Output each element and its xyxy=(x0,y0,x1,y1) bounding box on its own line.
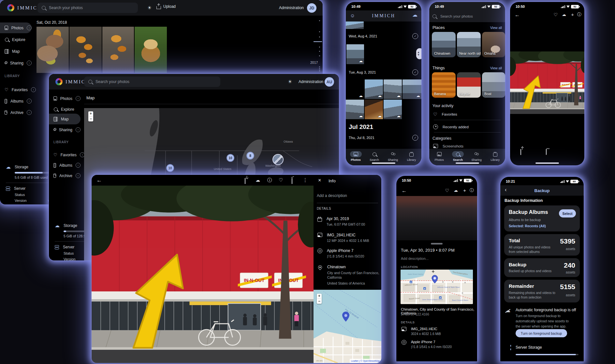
download-icon[interactable] xyxy=(245,178,245,184)
tab-library[interactable]: Library xyxy=(486,151,505,161)
map-cluster-marker[interactable]: 10 xyxy=(227,154,234,162)
sidebar-item-archive[interactable]: Archive xyxy=(49,170,81,181)
zoom-out-button[interactable]: − xyxy=(90,117,92,121)
kebab-menu-icon[interactable]: ⋮ xyxy=(303,177,308,182)
cloud-upload-icon[interactable]: ☁ xyxy=(454,188,458,192)
map-cluster-marker[interactable]: 8 xyxy=(246,152,254,160)
detail-row-location[interactable]: Chinatown City and County of San Francis… xyxy=(317,265,379,285)
thing-card[interactable]: Bicycle xyxy=(457,72,481,98)
select-button[interactable]: Select xyxy=(559,209,576,217)
zoom-in-button[interactable]: + xyxy=(90,111,92,116)
photo-thumbnail[interactable] xyxy=(346,79,364,99)
location-map[interactable]: Hyde Street Harbor Jefferson Street The … xyxy=(401,270,473,304)
photo-thumbnail[interactable] xyxy=(69,27,102,73)
info-icon[interactable]: ⓘ xyxy=(267,178,272,182)
search-input[interactable]: Search your photos xyxy=(37,3,138,13)
tab-search[interactable]: Search xyxy=(365,151,384,161)
user-avatar[interactable]: AU xyxy=(325,77,334,87)
activity-row-favorites[interactable]: ♡ Favorites xyxy=(433,112,457,117)
tab-search[interactable]: Search xyxy=(448,151,467,161)
activity-row-recent[interactable]: Recently added xyxy=(433,124,469,129)
tab-sharing[interactable]: Sharing xyxy=(384,151,402,161)
info-icon[interactable]: ⓘ xyxy=(577,12,581,17)
add-description-field[interactable]: Add description... xyxy=(401,257,429,260)
sidebar-item-sharing[interactable]: Sharing xyxy=(49,124,81,135)
user-avatar[interactable]: JD xyxy=(307,3,316,13)
photo-thumbnail[interactable] xyxy=(346,44,364,64)
view-all-link[interactable]: View all xyxy=(490,26,502,30)
heart-icon[interactable]: ♡ xyxy=(445,188,449,193)
sidebar-item-favorites[interactable]: ♡ Favorites xyxy=(49,149,81,160)
photo-thumbnail[interactable] xyxy=(346,21,364,29)
cloud-upload-icon[interactable]: ☁ xyxy=(562,12,566,17)
upload-button[interactable]: Upload xyxy=(156,4,176,9)
thing-card[interactable]: Banana xyxy=(432,72,456,98)
theme-toggle-icon[interactable]: ☀ xyxy=(288,79,292,85)
photo-thumbnail[interactable] xyxy=(102,27,134,73)
scrubber-handle[interactable] xyxy=(314,41,322,42)
photo-thumbnail[interactable] xyxy=(384,79,402,99)
place-card[interactable]: Omaha xyxy=(482,32,505,57)
thing-card[interactable]: Boat xyxy=(482,72,505,98)
back-icon[interactable]: ← xyxy=(96,177,102,183)
scrollbar-thumb[interactable]: ▲▼ xyxy=(416,48,421,59)
place-card[interactable]: Near north side xyxy=(457,32,481,57)
select-group-checkbox[interactable] xyxy=(412,33,418,39)
theme-toggle-icon[interactable]: ☀ xyxy=(147,5,152,11)
zoom-in-button[interactable]: + xyxy=(318,294,320,299)
back-icon[interactable]: ← xyxy=(515,12,520,18)
location-minimap[interactable]: Pier 33 Alcatraz US 101 xyxy=(314,290,381,363)
sidebar-item-favorites[interactable]: ♡ Favorites xyxy=(0,84,32,95)
map-attribution[interactable]: Leaflet | © OpenStreetMap xyxy=(350,359,381,363)
photo-thumbnail[interactable] xyxy=(365,100,383,119)
sidebar-item-explore[interactable]: Explore xyxy=(0,34,32,45)
tab-library[interactable]: Library xyxy=(402,151,421,161)
sidebar-item-photos[interactable]: Photos xyxy=(49,93,81,104)
tab-photos[interactable]: Photos xyxy=(430,151,448,161)
immich-home-link[interactable]: IMMICH xyxy=(7,4,42,11)
minimap-zoom-controls[interactable]: + − xyxy=(317,294,322,304)
back-icon[interactable]: ← xyxy=(402,188,407,193)
photo-thumbnail[interactable] xyxy=(365,79,383,99)
add-description-field[interactable]: Add a description xyxy=(317,193,347,198)
photo-thumbnail[interactable] xyxy=(135,27,167,73)
trash-icon[interactable] xyxy=(292,178,292,184)
map-photo-marker[interactable] xyxy=(272,154,284,165)
map-cluster-marker[interactable]: 10 xyxy=(166,164,174,172)
select-group-checkbox[interactable] xyxy=(412,135,418,141)
photo-thumbnail[interactable] xyxy=(403,79,421,99)
cloud-icon[interactable]: ☁ xyxy=(256,178,260,182)
turn-on-foreground-backup-button[interactable]: Turn on foreground backup xyxy=(516,329,567,337)
place-card[interactable]: Chinatown xyxy=(432,32,456,57)
map-zoom-controls[interactable]: + − xyxy=(88,111,93,121)
category-row-screenshots[interactable]: Screenshots xyxy=(433,144,463,148)
info-icon[interactable]: ⓘ xyxy=(470,188,474,192)
photo-thumbnail[interactable] xyxy=(37,27,69,73)
tab-photos[interactable]: Photos xyxy=(346,151,365,161)
sidebar-item-explore[interactable]: Explore xyxy=(49,104,81,115)
add-icon[interactable]: + xyxy=(463,188,466,193)
calendar-icon[interactable] xyxy=(546,149,547,155)
sidebar-item-sharing[interactable]: Sharing xyxy=(0,58,32,68)
sidebar-item-archive[interactable]: Archive xyxy=(0,107,32,118)
search-input[interactable]: Search your photos xyxy=(84,77,220,87)
search-input[interactable]: Search your photos xyxy=(432,14,473,18)
sidebar-item-map[interactable]: Map xyxy=(49,114,81,124)
heart-icon[interactable]: ♡ xyxy=(553,12,558,17)
tab-sharing[interactable]: Sharing xyxy=(467,151,486,161)
photo-thumbnail[interactable] xyxy=(346,100,364,119)
administration-link[interactable]: Administration xyxy=(299,79,323,84)
sidebar-item-albums[interactable]: Albums xyxy=(49,160,81,171)
view-all-link[interactable]: View all xyxy=(490,66,502,70)
close-icon[interactable]: × xyxy=(318,178,321,183)
sidebar-item-map[interactable]: Map xyxy=(0,46,32,57)
photo-main[interactable] xyxy=(510,51,584,114)
photo-main[interactable] xyxy=(92,186,314,363)
sidebar-item-albums[interactable]: Albums xyxy=(0,96,32,106)
sheet-drag-handle[interactable] xyxy=(431,243,443,245)
select-group-checkbox[interactable] xyxy=(412,69,418,75)
photo-dimmed[interactable] xyxy=(396,196,477,240)
share-icon[interactable] xyxy=(520,149,521,155)
zoom-out-button[interactable]: − xyxy=(318,299,320,304)
administration-link[interactable]: Administration xyxy=(279,6,304,10)
